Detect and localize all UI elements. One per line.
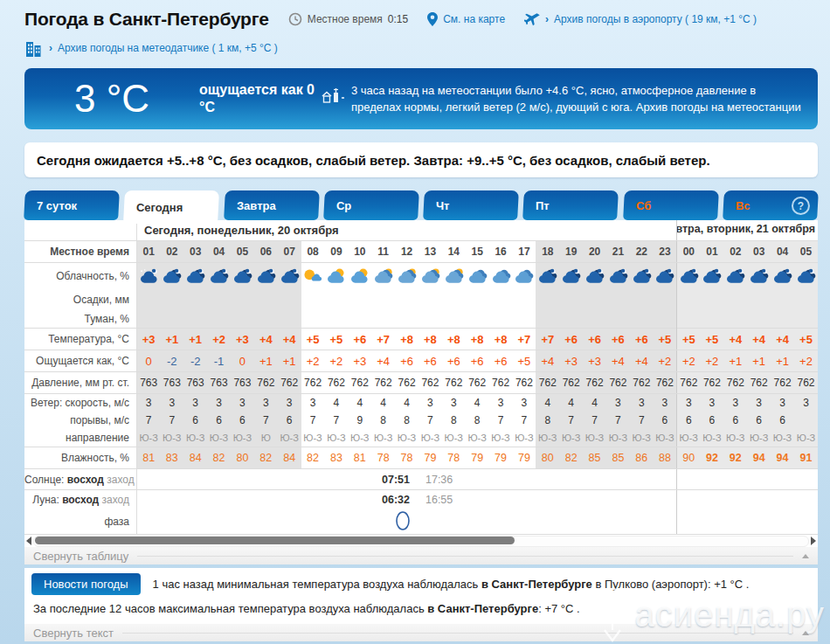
weather-page: Погода в Санкт-Петербурге Местное время … <box>0 0 830 644</box>
help-icon[interactable]: ? <box>792 197 810 215</box>
data-cell: 21 <box>606 241 630 263</box>
header: Погода в Санкт-Петербурге Местное время … <box>0 0 830 30</box>
data-cell: 3 <box>723 394 747 412</box>
cloud-sun-icon <box>371 263 395 290</box>
data-cell: 79 <box>513 447 536 469</box>
tab-Завтра[interactable]: Завтра <box>224 190 320 220</box>
data-cell: +6 <box>466 350 489 372</box>
tab-Вс[interactable]: Вс? <box>723 190 819 220</box>
data-cell: Ю-З <box>654 429 677 447</box>
data-cell <box>278 289 301 310</box>
data-cell: +7 <box>513 329 536 350</box>
tab-Ср[interactable]: Ср <box>323 190 419 220</box>
tab-Чт[interactable]: Чт <box>423 190 519 220</box>
data-cell: 12 <box>395 241 418 263</box>
data-cell: +6 <box>630 329 654 350</box>
data-cell: 762 <box>630 372 654 394</box>
data-cell <box>583 310 606 329</box>
moon-times: 06:3216:55 <box>137 490 677 510</box>
data-cell: Ю-З <box>278 429 301 447</box>
data-cell <box>630 289 654 310</box>
sensor-archive-link[interactable]: Архив погоды на метеодатчике ( 1 км, +5 … <box>58 42 278 54</box>
data-cell: 08 <box>301 241 325 263</box>
r-cloud: Облачность, % <box>24 263 818 290</box>
data-cell: 762 <box>278 372 301 394</box>
tab-Сегодня[interactable]: Сегодня <box>123 190 219 224</box>
scroll-right-arrow[interactable] <box>811 537 816 545</box>
tab-Пт[interactable]: Пт <box>522 190 619 220</box>
sun-row-label: Солнце: восход заход <box>24 469 137 490</box>
data-cell: Ю-З <box>371 429 395 447</box>
data-cell: +5 <box>794 329 818 350</box>
data-cell <box>513 289 536 310</box>
meteostation-archive-link[interactable]: Архив погоды на метеостанции <box>636 100 801 114</box>
data-cell: 13 <box>418 241 442 263</box>
scrollbar-track[interactable] <box>33 536 809 547</box>
data-cell: +4 <box>747 329 771 350</box>
data-cell: Ю-З <box>794 429 818 447</box>
weather-news-button[interactable]: Новости погоды <box>31 573 141 595</box>
data-cell <box>325 310 349 329</box>
data-cell: 03 <box>183 241 207 263</box>
collapse-table-bar[interactable]: Свернуть таблицу <box>24 547 818 564</box>
night-cloud-icon <box>183 263 207 290</box>
data-cell: 17 <box>513 241 536 263</box>
data-cell: 6 <box>771 412 794 429</box>
moon-row-label: Луна: восход заход <box>24 490 137 510</box>
data-cell: 82 <box>254 447 278 469</box>
data-cell: 07 <box>278 241 301 263</box>
airport-archive-link[interactable]: Архив погоды в аэропорту ( 19 км, +1 °C … <box>554 13 757 25</box>
wind-gust-row-label: порывы, м/с <box>24 412 137 429</box>
data-cell: 7 <box>513 412 536 429</box>
data-cell: Ю-З <box>418 429 442 447</box>
tab-Сб[interactable]: Сб <box>623 190 719 220</box>
data-cell: 3 <box>160 394 183 412</box>
data-cell <box>301 289 325 310</box>
data-cell: +4 <box>771 329 794 350</box>
data-cell <box>348 289 371 310</box>
data-cell <box>371 289 395 310</box>
scroll-left-arrow[interactable] <box>26 537 31 545</box>
data-cell: 91 <box>794 447 818 469</box>
moon-cloud-icon <box>137 263 161 290</box>
data-cell: 3 <box>794 394 818 412</box>
data-cell: 763 <box>207 372 231 394</box>
data-cell <box>371 310 395 329</box>
data-cell: 05 <box>231 241 254 263</box>
data-cell: 05 <box>794 241 818 263</box>
data-cell: 8 <box>371 412 395 429</box>
data-cell: 762 <box>677 372 701 394</box>
cloud-sun-icon <box>395 263 418 290</box>
data-cell <box>559 310 583 329</box>
forecast-summary: Сегодня ожидается +5..+8 °C, без осадков… <box>24 142 818 177</box>
day-tabs: 7 сутокСегодняЗавтраСрЧтПтСбВс? <box>24 190 818 220</box>
data-cell <box>583 289 606 310</box>
data-cell: +7 <box>371 329 395 350</box>
scrollbar-thumb[interactable] <box>35 537 515 544</box>
data-cell <box>137 289 161 310</box>
data-cell <box>183 289 207 310</box>
data-cell: 6 <box>278 412 301 429</box>
data-cell: 6 <box>677 412 701 429</box>
r-moon: Луна: восход заход06:3216:55 <box>24 490 818 510</box>
tab-7 суток[interactable]: 7 суток <box>24 190 120 220</box>
data-cell <box>466 310 489 329</box>
data-cell <box>771 289 794 310</box>
data-cell: 7 <box>160 412 183 429</box>
map-link[interactable]: См. на карте <box>443 13 505 25</box>
data-cell: Ю-З <box>207 429 231 447</box>
horizontal-scrollbar[interactable] <box>24 535 818 547</box>
r-temp: Температура, °C+3+1+1+2+3+4+4+5+5+6+7+8+… <box>24 329 818 350</box>
night-cloud-icon <box>654 263 677 290</box>
data-cell: 762 <box>794 372 818 394</box>
data-cell: 4 <box>325 394 349 412</box>
night-cloud-icon <box>677 263 701 290</box>
data-cell: 7 <box>254 412 278 429</box>
data-cell: Ю-З <box>442 429 466 447</box>
row-label <box>24 220 137 241</box>
data-cell: +6 <box>559 329 583 350</box>
data-cell: +7 <box>536 329 559 350</box>
data-cell: 762 <box>747 372 771 394</box>
collapse-text-bar[interactable]: Свернуть текст <box>24 624 818 641</box>
data-cell: 3 <box>442 394 466 412</box>
